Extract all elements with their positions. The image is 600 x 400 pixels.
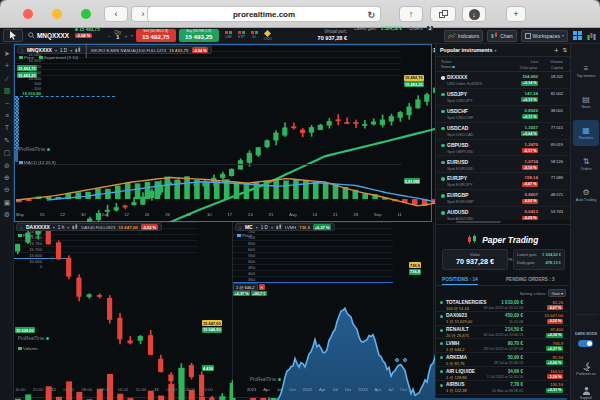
chart-style-icon[interactable]: [72, 224, 78, 231]
search-input[interactable]: MNQXXXX: [37, 32, 69, 39]
back-button[interactable]: ‹: [104, 6, 128, 22]
quantity-stepper[interactable]: − Qty 1 + ▾: [108, 28, 133, 44]
minimize-window-button[interactable]: [52, 9, 62, 19]
chart-scroll-icon[interactable]: [395, 358, 399, 362]
lvmh-chart-header[interactable]: ⣿ MC▾ 1 D▾ LVMH 736,9 +0,37 %: [235, 223, 335, 231]
main-chart-header[interactable]: ⣿ MNQXXXX▾ 1 D▾ | MICRO E-MINI NASDAQ100…: [17, 46, 212, 54]
fibonacci-tool[interactable]: ≡: [0, 110, 14, 121]
text-tool[interactable]: T: [0, 122, 14, 133]
instrument-row[interactable]: EURJPYSpot EUR/JPY158,14-0,07 %77 089-15…: [436, 173, 571, 190]
qty-value[interactable]: 1: [116, 35, 119, 40]
chart-style-icon[interactable]: [75, 47, 81, 54]
instruments-header[interactable]: Popular instruments ▾ + ⇅: [436, 44, 571, 57]
close-window-button[interactable]: [23, 9, 33, 19]
support-button[interactable]: Support: [573, 380, 599, 400]
position-row[interactable]: RENAULT214,50 €37,40020 @ 26,67510 Jun 2…: [436, 326, 569, 340]
instrument-row[interactable]: EURGBPSpot EUR/GBP0,8607-0,02 %48 071-0,…: [436, 190, 571, 207]
rail-item-positions[interactable]: ▦Positions: [573, 120, 599, 146]
chart-button[interactable]: Chart: [487, 30, 516, 42]
sorting-controls[interactable]: Sorting criteria Gain ▾: [520, 289, 566, 297]
order-type-stp[interactable]: STP: [238, 30, 245, 41]
main-chart-panel[interactable]: ⣿ MNQXXXX▾ 1 D▾ | MICRO E-MINI NASDAQ100…: [14, 44, 432, 222]
shapes-tool[interactable]: ▢: [0, 147, 14, 158]
instruments-column-headers[interactable]: TickerName Last%Var yest. VolumeCapital …: [436, 57, 571, 72]
buy-sell-tool[interactable]: ▥: [0, 85, 14, 96]
crosshair-tool[interactable]: +: [0, 60, 14, 71]
zoom-in-tool[interactable]: ⊕: [0, 172, 14, 183]
chart-zoom-icon[interactable]: [403, 358, 407, 362]
screenshot-tool[interactable]: ▣: [0, 197, 14, 208]
zoom-out-tool[interactable]: ⊖: [0, 184, 14, 195]
position-dot: [440, 315, 443, 318]
order-type-sl[interactable]: SL: [251, 30, 258, 41]
horizontal-line-tool[interactable]: −: [0, 98, 14, 109]
dax-chart-header[interactable]: ⣿ DAXXXXX▾ 1 h▾ DAX40 FULL0923 15 647,00…: [16, 223, 162, 231]
order-type-lim[interactable]: LIM: [225, 30, 232, 41]
drag-handle-icon[interactable]: ⣿: [239, 225, 242, 230]
panel-divider[interactable]: [16, 164, 402, 165]
dark-mode-toggle[interactable]: [578, 340, 593, 347]
sell-button[interactable]: Sell (30 985,5 $)15 492,75: [136, 29, 176, 42]
rail-item-auto-trading[interactable]: ⚙Auto Trading: [573, 182, 599, 208]
instrument-last: 104,690: [522, 74, 538, 79]
timeframe-dropdown[interactable]: 1 h: [58, 225, 64, 230]
drag-handle-icon[interactable]: ⣿: [20, 225, 23, 230]
download-icon: ↓: [469, 9, 480, 20]
preferences-button[interactable]: Preferences: [573, 356, 599, 382]
instrument-row[interactable]: GBPUSDSpot GBP/USD1,2470-0,17 %69 019-1,…: [436, 140, 571, 157]
timeframe-dropdown[interactable]: 1 D: [261, 225, 268, 230]
sort-dropdown[interactable]: Gain ▾: [548, 289, 566, 297]
grid-layout-icon[interactable]: [573, 31, 582, 40]
instrument-row[interactable]: USDCHFSpot USD/CHF0,8925+0,11 %38 001-0,…: [436, 106, 571, 123]
chevron-down-icon[interactable]: ▾: [494, 48, 496, 53]
sort-icon[interactable]: ⇅: [562, 47, 567, 53]
ticker-dropdown[interactable]: MNQXXXX: [27, 47, 52, 53]
position-row[interactable]: DAX0923450,00 €15 647,001 @ 15 629,0011:…: [436, 312, 569, 326]
instrument-search[interactable]: MNQXXXX: [28, 28, 69, 44]
tab-positions[interactable]: POSITIONS : 14: [442, 277, 478, 285]
instrument-row[interactable]: USDCADSpot USD/CAD1,3557+0,04 %77 015-1,…: [436, 123, 571, 140]
position-row[interactable]: LVMH90,70 €736,91 @ 646,228 Oct 2022 at …: [436, 339, 569, 353]
position-row[interactable]: AIRBUS7,78 €130,161 @ 122,3810 Mar at 09…: [436, 381, 569, 395]
timeframe-dropdown[interactable]: 1 D: [60, 48, 67, 53]
downloads-button[interactable]: ↓: [462, 6, 486, 22]
eraser-tool[interactable]: ⊘: [0, 160, 14, 171]
ticker-dropdown[interactable]: DAXXXXX: [26, 224, 50, 230]
rail-item-news[interactable]: ▤News: [573, 89, 599, 115]
pointer-tool[interactable]: ➤: [0, 48, 14, 59]
qty-plus-button[interactable]: +: [124, 33, 128, 39]
time-tick: 24: [248, 212, 253, 217]
drag-handle-icon[interactable]: ⣿: [21, 48, 24, 53]
rail-item-top-movers[interactable]: ≡Top movers: [573, 58, 599, 84]
prorealtime-logo-icon[interactable]: [587, 27, 596, 45]
qty-caret-icon[interactable]: ▾: [131, 33, 133, 38]
pointer-mode-button[interactable]: [3, 29, 23, 42]
instrument-row[interactable]: USDJPYSpot USD/JPY147,34+0,12 %82 002-14…: [436, 89, 571, 106]
qty-minus-button[interactable]: −: [108, 33, 112, 39]
position-date: 10 Jun 2022 at 13:06:13: [483, 333, 523, 337]
workspaces-button[interactable]: Workspaces▾: [521, 30, 568, 42]
position-row[interactable]: ARKEMA50,90 €91,945 @ 81,7629 Jul at 15:…: [436, 353, 569, 367]
tab-pending-orders[interactable]: PENDING ORDERS : 3: [506, 277, 555, 282]
lvmh-chart-panel[interactable]: ⣿ MC▾ 1 D▾ LVMH 736,9 +0,37 % Price ProR…: [233, 222, 434, 398]
annotation-tool[interactable]: ✎: [0, 135, 14, 146]
add-instrument-icon[interactable]: +: [554, 47, 558, 54]
instrument-row[interactable]: DXXXXXUSD Index Full0923104,690+0,14 %18…: [436, 72, 571, 89]
instruments-title[interactable]: Popular instruments: [440, 47, 492, 53]
address-bar[interactable]: prorealtime.com ↻: [147, 6, 381, 22]
buy-button[interactable]: Buy (30 986,5 $)15 493,25: [179, 29, 219, 42]
zoom-window-button[interactable]: [81, 9, 91, 19]
chart-settings-tool[interactable]: ⚙: [0, 209, 14, 220]
chart-style-icon[interactable]: [276, 224, 282, 231]
trendline-tool[interactable]: ∕: [0, 73, 14, 84]
position-row[interactable]: AIR LIQUIDE34,66 €163,521 @ 128,867 Jul …: [436, 367, 569, 381]
ticker-dropdown[interactable]: MC: [245, 224, 253, 230]
rail-item-orders[interactable]: ⇅Orders: [573, 151, 599, 177]
indicators-button[interactable]: Indicators: [444, 30, 484, 42]
position-row[interactable]: TOTALENERGIES1 010,00 €61,26100 @ 51,141…: [436, 298, 569, 312]
order-type-oco[interactable]: OCO: [264, 30, 272, 41]
new-tab-button[interactable]: +: [506, 6, 526, 22]
dax-chart-panel[interactable]: ⣿ DAXXXXX▾ 1 h▾ DAX40 FULL0923 15 647,00…: [14, 222, 233, 398]
instrument-row[interactable]: EURUSDSpot EUR/USD1,0734-0,16 %58 526-1,…: [436, 157, 571, 174]
time-tick: 11: [397, 212, 401, 217]
